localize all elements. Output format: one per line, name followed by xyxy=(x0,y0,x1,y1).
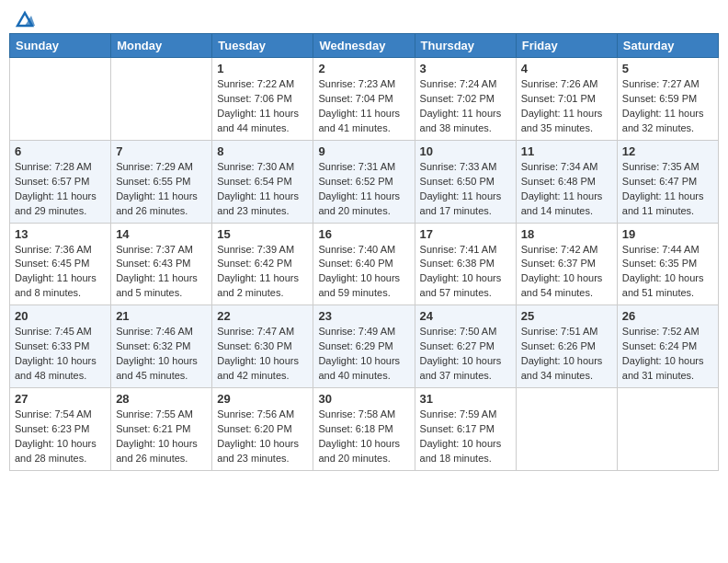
day-number: 21 xyxy=(116,309,207,323)
calendar-cell: 1Sunrise: 7:22 AMSunset: 7:06 PMDaylight… xyxy=(212,58,313,141)
calendar-cell: 25Sunrise: 7:51 AMSunset: 6:26 PMDayligh… xyxy=(516,305,617,388)
day-number: 15 xyxy=(217,227,308,241)
calendar-cell: 26Sunrise: 7:52 AMSunset: 6:24 PMDayligh… xyxy=(617,305,718,388)
day-number: 23 xyxy=(318,309,409,323)
day-number: 22 xyxy=(217,309,308,323)
day-number: 27 xyxy=(15,392,106,406)
day-number: 16 xyxy=(318,227,409,241)
weekday-header: Thursday xyxy=(415,34,516,58)
day-number: 19 xyxy=(622,227,713,241)
day-number: 7 xyxy=(116,144,207,158)
day-info: Sunrise: 7:34 AMSunset: 6:48 PMDaylight:… xyxy=(521,160,612,219)
day-info: Sunrise: 7:50 AMSunset: 6:27 PMDaylight:… xyxy=(420,325,511,384)
day-number: 26 xyxy=(622,309,713,323)
calendar-cell: 20Sunrise: 7:45 AMSunset: 6:33 PMDayligh… xyxy=(10,305,111,388)
calendar-week-row: 27Sunrise: 7:54 AMSunset: 6:23 PMDayligh… xyxy=(10,388,719,471)
day-info: Sunrise: 7:27 AMSunset: 6:59 PMDaylight:… xyxy=(622,77,713,136)
logo xyxy=(13,9,35,26)
calendar-cell: 22Sunrise: 7:47 AMSunset: 6:30 PMDayligh… xyxy=(212,305,313,388)
day-info: Sunrise: 7:44 AMSunset: 6:35 PMDaylight:… xyxy=(622,243,713,302)
day-number: 2 xyxy=(318,62,409,75)
calendar-cell: 8Sunrise: 7:30 AMSunset: 6:54 PMDaylight… xyxy=(212,140,313,223)
calendar-cell: 9Sunrise: 7:31 AMSunset: 6:52 PMDaylight… xyxy=(313,140,415,223)
calendar-cell: 10Sunrise: 7:33 AMSunset: 6:50 PMDayligh… xyxy=(415,140,516,223)
calendar-cell: 27Sunrise: 7:54 AMSunset: 6:23 PMDayligh… xyxy=(10,388,111,471)
day-info: Sunrise: 7:28 AMSunset: 6:57 PMDaylight:… xyxy=(15,160,106,219)
day-number: 20 xyxy=(15,309,106,323)
calendar-cell: 24Sunrise: 7:50 AMSunset: 6:27 PMDayligh… xyxy=(415,305,516,388)
calendar-cell xyxy=(10,58,111,141)
day-number: 18 xyxy=(521,227,612,241)
calendar-week-row: 6Sunrise: 7:28 AMSunset: 6:57 PMDaylight… xyxy=(10,140,719,223)
weekday-header: Saturday xyxy=(617,34,718,58)
day-number: 31 xyxy=(420,392,511,406)
day-info: Sunrise: 7:55 AMSunset: 6:21 PMDaylight:… xyxy=(116,408,207,466)
page-header xyxy=(9,9,719,26)
calendar-cell: 15Sunrise: 7:39 AMSunset: 6:42 PMDayligh… xyxy=(212,223,313,305)
day-number: 17 xyxy=(420,227,511,241)
day-info: Sunrise: 7:24 AMSunset: 7:02 PMDaylight:… xyxy=(420,77,511,136)
day-number: 6 xyxy=(15,144,106,158)
calendar-cell: 2Sunrise: 7:23 AMSunset: 7:04 PMDaylight… xyxy=(313,58,415,141)
day-number: 3 xyxy=(420,62,511,75)
calendar-cell: 14Sunrise: 7:37 AMSunset: 6:43 PMDayligh… xyxy=(111,223,212,305)
day-number: 10 xyxy=(420,144,511,158)
day-info: Sunrise: 7:23 AMSunset: 7:04 PMDaylight:… xyxy=(318,77,409,136)
day-info: Sunrise: 7:29 AMSunset: 6:55 PMDaylight:… xyxy=(116,160,207,219)
calendar-week-row: 20Sunrise: 7:45 AMSunset: 6:33 PMDayligh… xyxy=(10,305,719,388)
day-info: Sunrise: 7:39 AMSunset: 6:42 PMDaylight:… xyxy=(217,243,308,302)
day-info: Sunrise: 7:40 AMSunset: 6:40 PMDaylight:… xyxy=(318,243,409,302)
day-info: Sunrise: 7:37 AMSunset: 6:43 PMDaylight:… xyxy=(116,243,207,302)
day-info: Sunrise: 7:47 AMSunset: 6:30 PMDaylight:… xyxy=(217,325,308,384)
day-info: Sunrise: 7:26 AMSunset: 7:01 PMDaylight:… xyxy=(521,77,612,136)
day-info: Sunrise: 7:36 AMSunset: 6:45 PMDaylight:… xyxy=(15,243,106,302)
day-number: 1 xyxy=(217,62,308,75)
day-number: 30 xyxy=(318,392,409,406)
day-info: Sunrise: 7:51 AMSunset: 6:26 PMDaylight:… xyxy=(521,325,612,384)
calendar-cell: 23Sunrise: 7:49 AMSunset: 6:29 PMDayligh… xyxy=(313,305,415,388)
weekday-header: Monday xyxy=(111,34,212,58)
day-number: 5 xyxy=(622,62,713,75)
day-number: 25 xyxy=(521,309,612,323)
day-info: Sunrise: 7:22 AMSunset: 7:06 PMDaylight:… xyxy=(217,77,308,136)
day-number: 11 xyxy=(521,144,612,158)
day-info: Sunrise: 7:41 AMSunset: 6:38 PMDaylight:… xyxy=(420,243,511,302)
day-info: Sunrise: 7:45 AMSunset: 6:33 PMDaylight:… xyxy=(15,325,106,384)
calendar-cell: 5Sunrise: 7:27 AMSunset: 6:59 PMDaylight… xyxy=(617,58,718,141)
day-number: 13 xyxy=(15,227,106,241)
day-info: Sunrise: 7:35 AMSunset: 6:47 PMDaylight:… xyxy=(622,160,713,219)
weekday-header: Sunday xyxy=(10,34,111,58)
calendar-header-row: SundayMondayTuesdayWednesdayThursdayFrid… xyxy=(10,34,719,58)
day-number: 28 xyxy=(116,392,207,406)
calendar-cell: 3Sunrise: 7:24 AMSunset: 7:02 PMDaylight… xyxy=(415,58,516,141)
calendar-cell: 13Sunrise: 7:36 AMSunset: 6:45 PMDayligh… xyxy=(10,223,111,305)
calendar-cell: 29Sunrise: 7:56 AMSunset: 6:20 PMDayligh… xyxy=(212,388,313,471)
calendar-cell xyxy=(516,388,617,471)
day-number: 9 xyxy=(318,144,409,158)
calendar-cell: 12Sunrise: 7:35 AMSunset: 6:47 PMDayligh… xyxy=(617,140,718,223)
calendar-cell: 21Sunrise: 7:46 AMSunset: 6:32 PMDayligh… xyxy=(111,305,212,388)
day-info: Sunrise: 7:33 AMSunset: 6:50 PMDaylight:… xyxy=(420,160,511,219)
day-number: 12 xyxy=(622,144,713,158)
weekday-header: Friday xyxy=(516,34,617,58)
day-info: Sunrise: 7:54 AMSunset: 6:23 PMDaylight:… xyxy=(15,408,106,466)
calendar-cell xyxy=(617,388,718,471)
calendar-cell: 30Sunrise: 7:58 AMSunset: 6:18 PMDayligh… xyxy=(313,388,415,471)
day-info: Sunrise: 7:49 AMSunset: 6:29 PMDaylight:… xyxy=(318,325,409,384)
day-info: Sunrise: 7:59 AMSunset: 6:17 PMDaylight:… xyxy=(420,408,511,466)
day-info: Sunrise: 7:42 AMSunset: 6:37 PMDaylight:… xyxy=(521,243,612,302)
calendar-cell: 31Sunrise: 7:59 AMSunset: 6:17 PMDayligh… xyxy=(415,388,516,471)
calendar-cell: 6Sunrise: 7:28 AMSunset: 6:57 PMDaylight… xyxy=(10,140,111,223)
day-number: 4 xyxy=(521,62,612,75)
calendar-cell: 7Sunrise: 7:29 AMSunset: 6:55 PMDaylight… xyxy=(111,140,212,223)
calendar-cell: 11Sunrise: 7:34 AMSunset: 6:48 PMDayligh… xyxy=(516,140,617,223)
calendar-cell: 19Sunrise: 7:44 AMSunset: 6:35 PMDayligh… xyxy=(617,223,718,305)
day-info: Sunrise: 7:52 AMSunset: 6:24 PMDaylight:… xyxy=(622,325,713,384)
day-info: Sunrise: 7:31 AMSunset: 6:52 PMDaylight:… xyxy=(318,160,409,219)
calendar-week-row: 13Sunrise: 7:36 AMSunset: 6:45 PMDayligh… xyxy=(10,223,719,305)
calendar-cell: 28Sunrise: 7:55 AMSunset: 6:21 PMDayligh… xyxy=(111,388,212,471)
calendar-cell: 18Sunrise: 7:42 AMSunset: 6:37 PMDayligh… xyxy=(516,223,617,305)
calendar-table: SundayMondayTuesdayWednesdayThursdayFrid… xyxy=(9,33,719,471)
calendar-cell: 16Sunrise: 7:40 AMSunset: 6:40 PMDayligh… xyxy=(313,223,415,305)
calendar-cell: 4Sunrise: 7:26 AMSunset: 7:01 PMDaylight… xyxy=(516,58,617,141)
